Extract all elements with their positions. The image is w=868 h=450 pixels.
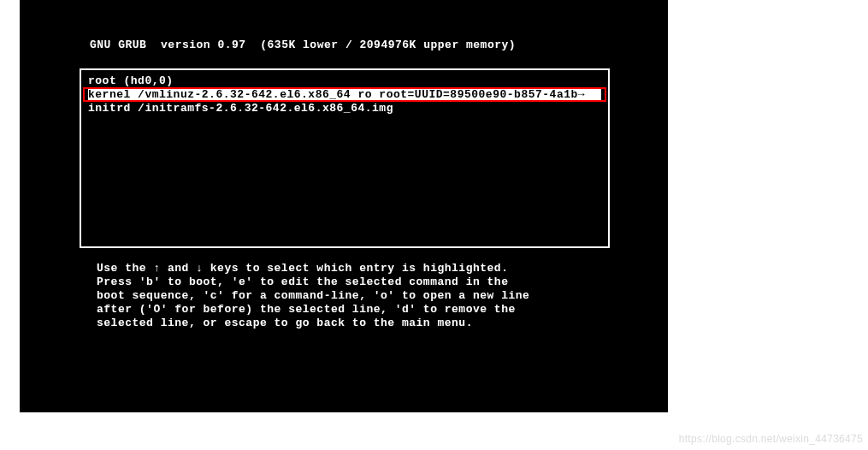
help-line-5: selected line, or escape to go back to t… (97, 317, 473, 329)
grub-memory: (635K lower / 2094976K upper memory) (260, 38, 516, 51)
grub-screen: GNU GRUB version 0.97 (635K lower / 2094… (20, 0, 668, 412)
boot-entry-kernel[interactable]: kernel /vmlinuz-2.6.32-642.el6.x86_64 ro… (88, 89, 601, 100)
watermark-text: https://blog.csdn.net/weixin_44736475 (679, 433, 863, 445)
help-text: Use the ↑ and ↓ keys to select which ent… (97, 262, 529, 330)
continuation-arrow-icon: → (578, 89, 585, 100)
boot-entry-box[interactable]: root (hd0,0) kernel /vmlinuz-2.6.32-642.… (80, 68, 610, 248)
boot-entry-root[interactable]: root (hd0,0) (88, 74, 601, 87)
help-line-1: Use the ↑ and ↓ keys to select which ent… (97, 262, 508, 275)
help-line-2: Press 'b' to boot, 'e' to edit the selec… (97, 275, 508, 288)
help-line-4: after ('O' for before) the selected line… (97, 303, 516, 316)
help-line-3: boot sequence, 'c' for a command-line, '… (97, 289, 529, 302)
boot-entry-kernel-highlight[interactable]: kernel /vmlinuz-2.6.32-642.el6.x86_64 ro… (83, 87, 606, 102)
grub-title: GNU GRUB (90, 38, 146, 51)
boot-entry-kernel-text: kernel /vmlinuz-2.6.32-642.el6.x86_64 ro… (88, 89, 578, 100)
grub-version: version 0.97 (161, 38, 246, 51)
grub-header: GNU GRUB version 0.97 (635K lower / 2094… (20, 0, 668, 51)
boot-entry-initrd[interactable]: initrd /initramfs-2.6.32-642.el6.x86_64.… (88, 102, 601, 115)
